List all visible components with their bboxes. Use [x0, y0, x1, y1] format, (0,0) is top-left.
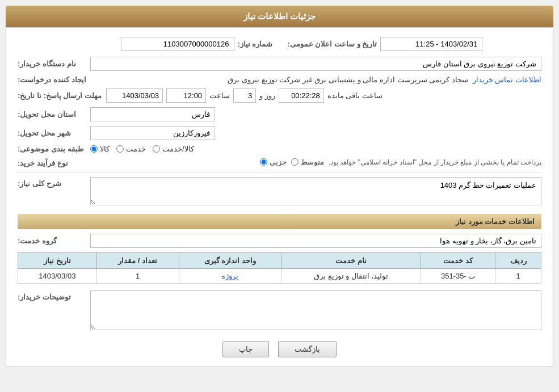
- city-input[interactable]: [90, 126, 215, 140]
- buyer-notes-label: توضیحات خریدار:: [18, 290, 86, 301]
- proc-radio-jozi[interactable]: [260, 158, 267, 166]
- service-group-label: گروه خدمت:: [18, 237, 86, 245]
- page-header: جزئیات اطلاعات نیاز: [6, 6, 553, 27]
- creator-value: سجاد کریمی سرپرست اداره مالی و پشتیبانی …: [91, 75, 468, 84]
- proc-jozi-label: جزیی: [270, 158, 287, 166]
- category-radio-kala-khedmat[interactable]: [153, 145, 160, 153]
- category-kala-khedmat-label: کالا/خدمت: [162, 145, 194, 153]
- creator-label: ایجاد کننده درخواست:: [18, 75, 86, 84]
- need-desc-label: شرح کلی نیاز:: [18, 177, 86, 188]
- days-input[interactable]: [233, 88, 256, 103]
- col-header-code: کد خدمت: [421, 253, 495, 269]
- proc-motavaset-label: متوسط: [301, 158, 324, 166]
- back-button[interactable]: بازگشت: [278, 341, 337, 357]
- deadline-label: مهلت ارسال پاسخ: تا تاریخ:: [18, 91, 102, 100]
- need-desc-textarea[interactable]: عملیات تعمیرات خط گرم 1403: [90, 177, 541, 205]
- cell-unit: پروژه: [179, 269, 281, 284]
- deadline-date-input[interactable]: [106, 88, 163, 103]
- announcement-label: تاریخ و ساعت اعلان عمومی:: [288, 40, 377, 48]
- announcement-date-input[interactable]: [380, 37, 482, 51]
- col-header-date: تاریخ نیاز: [18, 253, 97, 269]
- proc-desc: پرداخت تمام یا بخشی از مبلغ خریدار از مح…: [329, 158, 541, 166]
- category-item-kala[interactable]: کالا: [90, 145, 110, 153]
- table-row: 1 ت -35-351 تولید، انتقال و توزیع برق پر…: [18, 269, 541, 284]
- time-input[interactable]: [166, 88, 206, 103]
- proc-item-motavaset[interactable]: متوسط: [291, 158, 324, 166]
- cell-code: ت -35-351: [421, 269, 495, 284]
- category-radio-group: کالا/خدمت خدمت کالا: [90, 145, 194, 153]
- col-header-unit: واحد اندازه گیری: [179, 253, 281, 269]
- days-and-label: روز و: [259, 91, 275, 100]
- proc-item-jozi[interactable]: جزیی: [260, 158, 287, 166]
- col-header-row: ردیف: [495, 253, 541, 269]
- services-table: ردیف کد خدمت نام خدمت واحد اندازه گیری ت…: [18, 252, 541, 284]
- col-header-name: نام خدمت: [281, 253, 421, 269]
- time-label: ساعت: [209, 91, 230, 100]
- buyer-notes-textarea[interactable]: [90, 290, 541, 330]
- buyer-org-input[interactable]: [90, 57, 541, 71]
- cell-qty: 1: [96, 269, 179, 284]
- cell-name: تولید، انتقال و توزیع برق: [281, 269, 421, 284]
- province-label: استان محل تحویل:: [18, 110, 86, 119]
- category-label: طبقه بندی موضوعی:: [18, 145, 86, 153]
- service-group-input[interactable]: [90, 234, 541, 248]
- print-button[interactable]: چاپ: [222, 341, 269, 357]
- category-kala-label: کالا: [100, 145, 110, 153]
- buyer-org-label: نام دستگاه خریدار:: [18, 60, 86, 68]
- province-input[interactable]: [90, 107, 215, 121]
- cell-date: 1403/03/03: [18, 269, 97, 284]
- remaining-label: ساعت باقی مانده: [327, 91, 383, 100]
- services-section-title: اطلاعات خدمات مورد نیاز: [18, 214, 541, 229]
- proc-type-label: نوع فرآیند خرید:: [18, 158, 86, 167]
- category-item-kala-khedmat[interactable]: کالا/خدمت: [153, 145, 194, 153]
- category-khedmat-label: خدمت: [126, 145, 146, 153]
- proc-radio-motavaset[interactable]: [291, 158, 299, 166]
- category-item-khedmat[interactable]: خدمت: [116, 145, 146, 153]
- button-group: بازگشت چاپ: [18, 341, 541, 357]
- city-label: شهر محل تحویل:: [18, 129, 86, 137]
- category-radio-khedmat[interactable]: [116, 145, 124, 153]
- page-title: جزئیات اطلاعات نیاز: [243, 11, 316, 21]
- creator-contact-link[interactable]: اطلاعات تماس خریدار: [473, 75, 541, 84]
- cell-row: 1: [495, 269, 541, 284]
- col-header-qty: تعداد / مقدار: [96, 253, 179, 269]
- need-number-input[interactable]: [121, 37, 234, 51]
- remaining-input[interactable]: [279, 88, 324, 103]
- category-radio-kala[interactable]: [90, 145, 98, 153]
- need-number-label: شماره نیاز:: [238, 40, 283, 48]
